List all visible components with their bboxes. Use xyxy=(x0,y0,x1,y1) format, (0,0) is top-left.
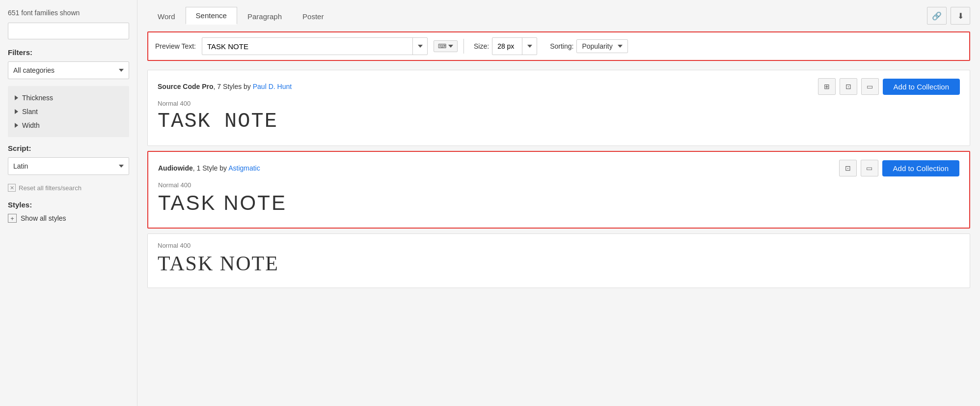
size-arrow-icon xyxy=(527,45,532,48)
show-all-styles-label: Show all styles xyxy=(21,214,66,222)
add-to-collection-button-2[interactable]: Add to Collection xyxy=(882,160,959,176)
sort-label: Sorting: xyxy=(550,42,573,50)
font-meta-1: Source Code Pro, 7 Styles by Paul D. Hun… xyxy=(158,83,292,90)
styles-label: Styles: xyxy=(8,201,129,209)
sort-value: Popularity xyxy=(582,42,612,50)
font-preview-text-1: TASK NOTE xyxy=(158,109,960,134)
divider xyxy=(463,39,464,54)
filter-width-label: Width xyxy=(22,121,40,129)
keyboard-icon: ⌨ xyxy=(438,43,446,50)
view-btn-grid-1[interactable]: ⊞ xyxy=(818,78,836,95)
filter-width[interactable]: Width xyxy=(15,118,122,132)
sort-dropdown[interactable]: Popularity xyxy=(576,39,627,53)
preview-input-dropdown[interactable] xyxy=(412,38,427,55)
latin-dropdown-arrow-icon xyxy=(119,165,124,168)
thickness-arrow-icon xyxy=(15,95,18,100)
script-label: Script: xyxy=(8,144,129,152)
font-meta-2: Audiowide, 1 Style by Astigmatic xyxy=(158,164,260,172)
font-card-source-code-pro: Source Code Pro, 7 Styles by Paul D. Hun… xyxy=(147,70,970,146)
top-bar: Word Sentence Paragraph Poster 🔗 ⬇ xyxy=(147,7,970,25)
latin-dropdown-label: Latin xyxy=(13,162,28,170)
preview-bar: Preview Text: ⌨ Size: xyxy=(147,31,970,61)
tab-sentence[interactable]: Sentence xyxy=(186,7,237,25)
top-right-buttons: 🔗 ⬇ xyxy=(927,7,970,25)
font-author-link-1[interactable]: Paul D. Hunt xyxy=(253,83,292,90)
size-input[interactable] xyxy=(492,40,522,53)
download-button[interactable]: ⬇ xyxy=(951,7,970,25)
font-card-audiowide: Audiowide, 1 Style by Astigmatic ⊡ ▭ Add… xyxy=(147,151,970,228)
font-card-header-1: Source Code Pro, 7 Styles by Paul D. Hun… xyxy=(158,78,960,95)
view-btn-list-2[interactable]: ⊡ xyxy=(839,160,857,176)
size-group: Size: xyxy=(474,37,537,55)
category-dropdown-label: All categories xyxy=(13,66,54,74)
size-label: Size: xyxy=(474,42,489,50)
tab-poster[interactable]: Poster xyxy=(292,8,334,25)
category-dropdown[interactable]: All categories xyxy=(8,61,129,79)
view-btn-single-2[interactable]: ▭ xyxy=(861,160,878,176)
width-arrow-icon xyxy=(15,123,18,128)
tab-paragraph[interactable]: Paragraph xyxy=(237,8,292,25)
font-style-label-1: Normal 400 xyxy=(158,100,960,107)
font-name-1: Source Code Pro xyxy=(158,83,214,90)
reset-icon: ✕ xyxy=(8,184,16,192)
download-icon: ⬇ xyxy=(957,11,964,21)
search-input[interactable] xyxy=(8,23,129,39)
font-card-header-2: Audiowide, 1 Style by Astigmatic ⊡ ▭ Add… xyxy=(158,160,959,176)
filters-label: Filters: xyxy=(8,48,129,57)
font-count: 651 font families shown xyxy=(8,9,129,17)
sort-arrow-icon xyxy=(618,45,623,48)
tabs: Word Sentence Paragraph Poster xyxy=(147,7,334,25)
filter-thickness[interactable]: Thickness xyxy=(15,91,122,105)
font-preview-text-2: TASK NOTE xyxy=(158,191,959,215)
sort-group: Sorting: Popularity xyxy=(550,39,628,53)
keyboard-button[interactable]: ⌨ xyxy=(434,40,458,52)
view-btn-single-1[interactable]: ▭ xyxy=(861,78,879,95)
keyboard-arrow-icon xyxy=(448,45,453,48)
font-card-actions-2: ⊡ ▭ Add to Collection xyxy=(839,160,959,176)
preview-input-wrap xyxy=(202,37,428,55)
preview-text-input[interactable] xyxy=(202,39,412,54)
size-input-wrap xyxy=(492,37,537,55)
font-card-third: Normal 400 TASK NOTE xyxy=(147,233,970,288)
add-to-collection-button-1[interactable]: Add to Collection xyxy=(883,79,960,95)
font-preview-text-3: TASK NOTE xyxy=(158,251,960,276)
font-style-label-3: Normal 400 xyxy=(158,242,960,249)
show-all-styles-button[interactable]: + Show all styles xyxy=(8,214,129,223)
preview-text-label: Preview Text: xyxy=(155,42,196,50)
font-name-2: Audiowide xyxy=(158,164,193,172)
reset-label: Reset all filters/search xyxy=(19,184,82,192)
tab-word[interactable]: Word xyxy=(147,8,186,25)
filter-thickness-label: Thickness xyxy=(22,94,53,102)
link-button[interactable]: 🔗 xyxy=(927,7,947,25)
font-style-label-2: Normal 400 xyxy=(158,181,959,189)
font-author-link-2[interactable]: Astigmatic xyxy=(228,164,260,172)
size-dropdown[interactable] xyxy=(522,38,537,55)
show-all-icon: + xyxy=(8,214,17,223)
reset-filters-button[interactable]: ✕ Reset all filters/search xyxy=(8,184,129,192)
category-dropdown-arrow-icon xyxy=(119,69,124,72)
filter-slant-label: Slant xyxy=(22,108,38,116)
filter-group: Thickness Slant Width xyxy=(8,86,129,137)
latin-dropdown[interactable]: Latin xyxy=(8,157,129,175)
font-card-actions-1: ⊞ ⊡ ▭ Add to Collection xyxy=(818,78,960,95)
preview-input-arrow-icon xyxy=(418,45,423,48)
link-icon: 🔗 xyxy=(932,11,942,21)
sidebar: 651 font families shown Filters: All cat… xyxy=(0,0,137,406)
slant-arrow-icon xyxy=(15,109,18,114)
filter-slant[interactable]: Slant xyxy=(15,105,122,118)
main-content: Word Sentence Paragraph Poster 🔗 ⬇ xyxy=(137,0,980,406)
view-btn-list-1[interactable]: ⊡ xyxy=(840,78,857,95)
